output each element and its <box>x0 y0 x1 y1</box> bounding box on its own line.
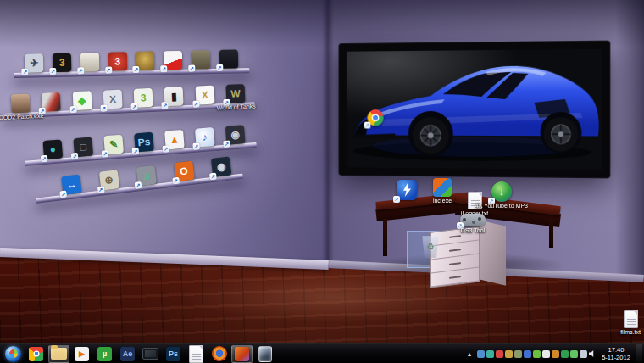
shortcut-arrow-icon: ↗ <box>131 103 138 110</box>
tray-icon-5[interactable] <box>514 350 522 358</box>
photoshop-taskbar-tile: Ps <box>166 347 180 361</box>
recycle-bin-tile <box>421 234 440 258</box>
tray-icon-11[interactable] <box>570 350 578 358</box>
chrome-taskbar-tile <box>29 347 43 361</box>
shortcut-arrow-icon: ↗ <box>162 102 169 109</box>
eagle-game-icon[interactable]: ↗ <box>131 51 159 70</box>
taskbar: ▶µAePs ▴ 17:40 5-11-2012 <box>0 343 644 363</box>
youtube-to-mp3-icon[interactable]: ↗ 4K YouTube to MP3 <box>486 182 517 202</box>
mw3-game-tile: 3↗ <box>134 88 153 108</box>
firefox-taskbar-tile <box>212 346 227 361</box>
films-doc-icon[interactable]: films.txt <box>615 310 644 328</box>
chrome-taskbar[interactable] <box>25 345 47 363</box>
strategy-game-icon[interactable]: ↗ <box>75 53 103 72</box>
lightning-app-icon[interactable]: ↗ <box>391 180 422 200</box>
mw3-game-icon[interactable]: 3↗ <box>128 88 159 109</box>
clock-time: 17:40 <box>599 346 633 354</box>
notepad-plus-plus-tile: ✎↗ <box>103 135 124 155</box>
media-player-app-tile: ●↗ <box>43 139 64 159</box>
steam-icon[interactable]: ◉↗ <box>205 156 237 178</box>
shortcut-arrow-icon: ↗ <box>100 104 107 111</box>
shortcut-arrow-icon: ↗ <box>393 196 400 203</box>
tray-icon-3[interactable] <box>496 350 503 358</box>
tray-expand-arrow-icon[interactable]: ▴ <box>464 350 475 358</box>
sims-3-icon[interactable]: ◆↗ <box>66 91 97 111</box>
flight-simulator-x-tile: X↗ <box>195 86 214 105</box>
shortcut-arrow-icon: ↗ <box>59 191 67 198</box>
tray-icon-8[interactable] <box>542 350 550 358</box>
counter-strike-icon[interactable]: ▮↗ <box>158 87 190 107</box>
photoshop-taskbar[interactable]: Ps <box>163 345 184 363</box>
max-payne-3-tile: 3↗ <box>53 53 71 72</box>
box-app-tile: □↗ <box>73 137 93 158</box>
mafia-2-tile: ↗ <box>219 49 237 68</box>
globe-app-tile: ⊕↗ <box>98 170 119 190</box>
steam-tile: ◉↗ <box>211 156 231 176</box>
recycle-bin-icon[interactable] <box>415 234 446 258</box>
tray-icon-9[interactable] <box>552 350 559 358</box>
films-doc-label: films.txt <box>620 329 641 335</box>
world-of-tanks-tile: W↗ <box>225 84 245 103</box>
music-app-icon[interactable]: ♫↗ <box>130 165 163 187</box>
origin-tile: O↗ <box>174 161 194 182</box>
teamviewer-icon[interactable]: ↔↗ <box>55 174 87 196</box>
tray-icon-2[interactable] <box>486 350 494 358</box>
desk-leg-left <box>383 219 387 256</box>
taskbar-clock[interactable]: 17:40 5-11-2012 <box>599 346 633 362</box>
shortcut-arrow-icon: ↗ <box>133 66 140 73</box>
utorrent-taskbar[interactable]: µ <box>94 345 115 363</box>
media-player-taskbar[interactable]: ▶ <box>71 345 92 363</box>
game-app-taskbar[interactable] <box>231 345 253 363</box>
glass-app-taskbar[interactable] <box>254 345 275 363</box>
taskbar-apps: ▶µAePs <box>2 344 276 363</box>
explorer-taskbar-tile <box>51 348 67 360</box>
warplane-game-icon[interactable]: ✈↗ <box>20 53 48 73</box>
start-button[interactable] <box>3 345 24 363</box>
tray-icon-6[interactable] <box>524 350 531 358</box>
tray-icon-4[interactable] <box>505 350 513 358</box>
shortcut-arrow-icon: ↗ <box>209 172 217 180</box>
f1-racing-icon[interactable]: ↗ <box>159 51 187 70</box>
red-alert-3-icon[interactable]: 3↗ <box>103 52 131 71</box>
notepad-plus-plus-icon[interactable]: ✎↗ <box>97 134 130 155</box>
globe-app-icon[interactable]: ⊕↗ <box>92 169 125 191</box>
shortcut-arrow-icon: ↗ <box>105 67 112 74</box>
glass-app-taskbar-tile <box>258 346 272 362</box>
tools-game-tile: X↗ <box>103 90 122 109</box>
tray-icon-10[interactable] <box>561 350 569 358</box>
tv-screen-lamborghini: ↗ <box>347 49 602 170</box>
shortcut-arrow-icon: ↗ <box>172 177 180 185</box>
inc-exe-tile <box>433 178 452 197</box>
explorer-taskbar[interactable] <box>48 345 69 363</box>
shortcut-arrow-icon: ↗ <box>77 67 84 74</box>
shortcut-arrow-icon: ↗ <box>39 108 46 114</box>
world-of-tanks-icon[interactable]: W↗World of Tanks <box>219 84 251 104</box>
box-app-icon[interactable]: □↗ <box>67 137 99 158</box>
notes-app-taskbar[interactable] <box>186 345 207 363</box>
media-player-app-icon[interactable]: ●↗ <box>37 139 69 160</box>
cod2-patch-icon[interactable]: COD2 Patch.exe <box>5 93 36 114</box>
volume-icon[interactable] <box>589 350 597 358</box>
eagle-game-tile: ↗ <box>136 52 154 70</box>
tray-icon-7[interactable] <box>533 350 541 358</box>
tray-icon-1[interactable] <box>477 350 485 358</box>
strategy-game-tile: ↗ <box>80 53 99 71</box>
inc-exe-label: inc.exe <box>433 198 452 204</box>
inc-exe-icon[interactable]: inc.exe <box>427 178 458 197</box>
mafia-2-icon[interactable]: ↗ <box>214 49 242 69</box>
show-desktop-button[interactable] <box>636 344 642 363</box>
monitor-app-taskbar[interactable] <box>140 345 161 363</box>
max-payne-3-icon[interactable]: 3↗ <box>48 53 76 72</box>
chrome-shortcut-icon[interactable]: ↗ <box>366 109 386 126</box>
tools-game-icon[interactable]: X↗ <box>97 89 129 109</box>
origin-icon[interactable]: O↗ <box>168 160 200 182</box>
soldier-game-icon[interactable]: ↗ <box>186 50 214 70</box>
flight-simulator-x-icon[interactable]: X↗ <box>189 85 220 105</box>
adobe-ae-taskbar[interactable]: Ae <box>117 345 138 363</box>
teamviewer-tile: ↔↗ <box>61 175 81 195</box>
tray-icon-12[interactable] <box>580 350 587 358</box>
firefox-taskbar[interactable] <box>208 345 230 363</box>
racing-game-icon[interactable]: ↗ <box>36 92 67 113</box>
youtube-to-mp3-label: 4K YouTube to MP3 <box>475 203 528 209</box>
ds3-tool-icon[interactable]: ↗ DS3 Tool <box>458 214 488 226</box>
